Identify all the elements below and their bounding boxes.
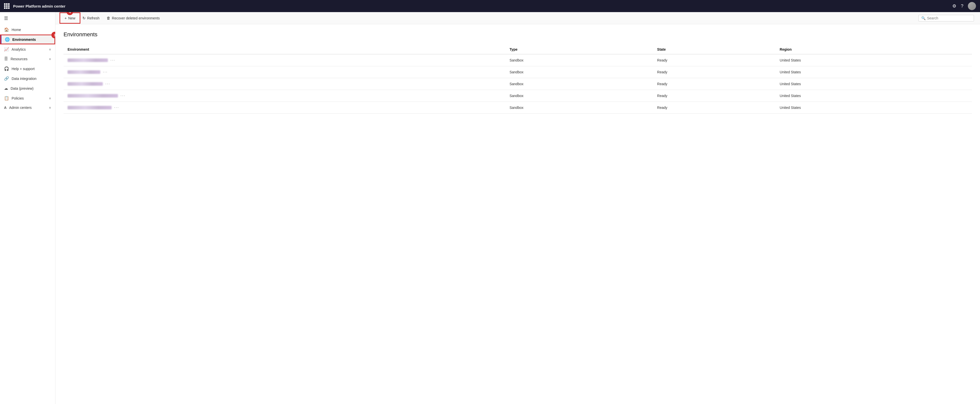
env-state: Ready — [653, 102, 776, 114]
sidebar-label-environments: Environments — [12, 38, 51, 41]
table-row[interactable]: ··· SandboxReadyUnited States — [64, 90, 972, 102]
resources-icon: 🗄 — [4, 57, 8, 61]
env-region: United States — [776, 54, 972, 66]
env-state: Ready — [653, 90, 776, 102]
env-name-blur — [68, 70, 100, 74]
col-header-state: State — [653, 45, 776, 54]
sidebar-label-data-preview: Data (preview) — [11, 86, 51, 91]
sidebar-label-help-support: Help + support — [11, 67, 51, 71]
grid-icon[interactable] — [4, 3, 10, 9]
app-title: Power Platform admin center — [13, 4, 952, 8]
recover-label: Recover deleted environments — [112, 16, 160, 20]
col-header-type: Type — [505, 45, 653, 54]
env-name-cell: ··· — [64, 90, 505, 102]
environments-icon: 🌐 — [5, 37, 10, 42]
env-state: Ready — [653, 54, 776, 66]
env-type: Sandbox — [505, 54, 653, 66]
new-button[interactable]: + New — [62, 14, 78, 22]
plus-icon: + — [65, 16, 67, 20]
avatar[interactable] — [968, 2, 976, 10]
refresh-button[interactable]: ↻ Refresh — [80, 14, 103, 22]
search-icon: 🔍 — [921, 16, 926, 20]
sidebar-item-home[interactable]: 🏠 Home — [0, 25, 55, 35]
env-name-cell: ··· — [64, 102, 505, 114]
topbar-right: ⚙ ? — [952, 2, 976, 10]
chevron-admin-centers-icon: ∨ — [49, 106, 51, 110]
sidebar: ☰ 🏠 Home 🌐 Environments 3 📈 Analytics ∨ … — [0, 12, 56, 404]
env-options-button[interactable]: ··· — [110, 58, 115, 62]
settings-icon[interactable]: ⚙ — [952, 3, 956, 9]
sidebar-item-admin-centers[interactable]: A Admin centers ∨ — [0, 103, 55, 112]
env-region: United States — [776, 102, 972, 114]
env-options-button[interactable]: ··· — [121, 94, 125, 98]
main: 4 + New ↻ Refresh 🗑 Recover deleted envi… — [56, 12, 980, 404]
table-row[interactable]: ··· SandboxReadyUnited States — [64, 78, 972, 90]
search-box[interactable]: 🔍 — [918, 15, 974, 21]
env-name-cell: ··· — [64, 78, 505, 90]
hamburger-icon[interactable]: ☰ — [0, 12, 55, 25]
env-options-button[interactable]: ··· — [105, 82, 110, 86]
page-title: Environments — [64, 31, 972, 38]
sidebar-item-resources[interactable]: 🗄 Resources ∨ — [0, 54, 55, 64]
new-label: New — [68, 16, 75, 20]
env-region: United States — [776, 66, 972, 78]
chevron-policies-icon: ∨ — [49, 97, 51, 100]
sidebar-item-environments[interactable]: 🌐 Environments 3 — [0, 35, 55, 45]
admin-centers-icon: A — [4, 106, 6, 110]
sidebar-item-analytics[interactable]: 📈 Analytics ∨ — [0, 45, 55, 54]
sidebar-item-data-preview[interactable]: ☁ Data (preview) — [0, 83, 55, 93]
env-name-blur — [68, 59, 108, 62]
data-integration-icon: 🔗 — [4, 76, 9, 81]
sidebar-item-help-support[interactable]: 🎧 Help + support — [0, 64, 55, 73]
sidebar-label-home: Home — [11, 28, 51, 32]
env-state: Ready — [653, 78, 776, 90]
active-bar — [1, 35, 2, 45]
recover-icon: 🗑 — [107, 16, 110, 20]
env-name-blur — [68, 94, 118, 97]
sidebar-label-resources: Resources — [11, 57, 46, 61]
env-type: Sandbox — [505, 78, 653, 90]
home-icon: 🏠 — [4, 27, 9, 32]
data-preview-icon: ☁ — [4, 86, 8, 91]
table-header-row: Environment Type State Region — [64, 45, 972, 54]
topbar: Power Platform admin center ⚙ ? — [0, 0, 980, 12]
search-input[interactable] — [927, 16, 971, 20]
content-area: Environments Environment Type State Regi… — [56, 24, 980, 404]
sidebar-label-admin-centers: Admin centers — [9, 106, 46, 110]
table-row[interactable]: ··· SandboxReadyUnited States — [64, 54, 972, 66]
env-options-button[interactable]: ··· — [103, 70, 108, 74]
help-support-icon: 🎧 — [4, 66, 9, 71]
refresh-label: Refresh — [87, 16, 100, 20]
env-type: Sandbox — [505, 90, 653, 102]
table-row[interactable]: ··· SandboxReadyUnited States — [64, 66, 972, 78]
help-icon[interactable]: ? — [961, 3, 963, 9]
refresh-icon: ↻ — [83, 16, 86, 21]
layout: ☰ 🏠 Home 🌐 Environments 3 📈 Analytics ∨ … — [0, 12, 980, 404]
col-header-region: Region — [776, 45, 972, 54]
sidebar-item-policies[interactable]: 📋 Policies ∨ — [0, 93, 55, 103]
env-name-blur — [68, 82, 103, 86]
col-header-environment: Environment — [64, 45, 505, 54]
table-row[interactable]: ··· SandboxReadyUnited States — [64, 102, 972, 114]
sidebar-item-data-integration[interactable]: 🔗 Data integration — [0, 73, 55, 83]
chevron-resources-icon: ∨ — [49, 57, 51, 61]
recover-button[interactable]: 🗑 Recover deleted environments — [103, 14, 163, 22]
env-type: Sandbox — [505, 66, 653, 78]
sidebar-label-policies: Policies — [11, 96, 46, 100]
toolbar: 4 + New ↻ Refresh 🗑 Recover deleted envi… — [56, 12, 980, 24]
sidebar-label-data-integration: Data integration — [11, 76, 51, 81]
env-name-blur — [68, 106, 112, 110]
env-type: Sandbox — [505, 102, 653, 114]
env-region: United States — [776, 78, 972, 90]
env-state: Ready — [653, 66, 776, 78]
env-region: United States — [776, 90, 972, 102]
sidebar-label-analytics: Analytics — [11, 48, 46, 51]
env-name-cell: ··· — [64, 54, 505, 66]
env-options-button[interactable]: ··· — [114, 105, 119, 110]
env-name-cell: ··· — [64, 66, 505, 78]
new-button-wrapper: 4 + New — [62, 14, 78, 22]
policies-icon: 📋 — [4, 96, 9, 100]
environments-table: Environment Type State Region ··· Sandbo… — [64, 45, 972, 114]
chevron-analytics-icon: ∨ — [49, 48, 51, 51]
analytics-icon: 📈 — [4, 47, 9, 52]
